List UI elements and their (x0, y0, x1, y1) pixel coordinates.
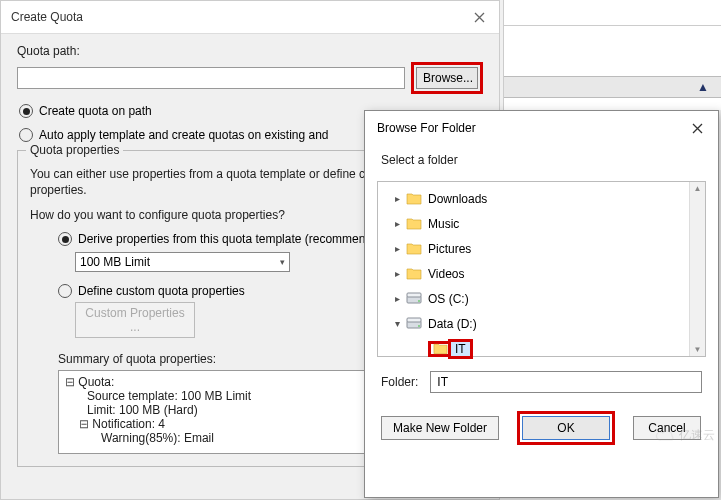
tree-label: Warning(85%): Email (101, 431, 214, 445)
radio-icon (19, 104, 33, 118)
ok-button[interactable]: OK (522, 416, 610, 440)
collapse-icon[interactable]: ⊟ (65, 375, 75, 389)
tree-item-label: Downloads (424, 191, 491, 207)
folder-icon (428, 341, 448, 357)
tree-row: Source template: 100 MB Limit (65, 389, 371, 403)
folder-icon (404, 241, 424, 257)
tree-item-it[interactable]: IT (380, 336, 703, 361)
make-new-folder-button[interactable]: Make New Folder (381, 416, 499, 440)
dropdown-value: 100 MB Limit (80, 255, 150, 269)
titlebar: Create Quota (1, 1, 499, 34)
background-pane: ▲ (503, 0, 721, 110)
tree-item-pictures[interactable]: ▸Pictures (380, 236, 703, 261)
close-icon (474, 12, 485, 23)
radio-icon (58, 284, 72, 298)
collapse-icon[interactable]: ⊟ (79, 417, 89, 431)
tree-row: ⊟ Notification: 4 (65, 417, 371, 431)
folder-icon (404, 191, 424, 207)
tree-row: Limit: 100 MB (Hard) (65, 403, 371, 417)
svg-point-2 (418, 300, 420, 302)
tree-label: Notification: 4 (92, 417, 165, 431)
radio-icon (58, 232, 72, 246)
svg-rect-1 (407, 293, 421, 297)
titlebar: Browse For Folder (365, 111, 718, 145)
drive-icon (404, 316, 424, 332)
folder-icon (404, 216, 424, 232)
svg-point-5 (418, 325, 420, 327)
radio-label: Derive properties from this quota templa… (78, 232, 389, 246)
tree-label: Quota: (78, 375, 114, 389)
tree-item-label: OS (C:) (424, 291, 473, 307)
scroll-up-icon[interactable]: ▲ (690, 182, 705, 195)
tree-item-label: Pictures (424, 241, 475, 257)
svg-rect-4 (407, 318, 421, 322)
collapse-bar[interactable]: ▲ (504, 76, 721, 98)
dialog-title: Browse For Folder (377, 121, 476, 135)
tree-item-downloads[interactable]: ▸Downloads (380, 186, 703, 211)
radio-icon (19, 128, 33, 142)
tree-row: Warning(85%): Email (65, 431, 371, 445)
scroll-down-icon[interactable]: ▼ (690, 343, 705, 356)
browse-for-folder-dialog: Browse For Folder Select a folder ▸Downl… (364, 110, 719, 498)
tree-item-label: Music (424, 216, 463, 232)
folder-label: Folder: (381, 375, 418, 389)
button-row: Make New Folder OK Cancel (365, 403, 718, 457)
folder-icon (404, 266, 424, 282)
browse-button[interactable]: Browse... (416, 67, 478, 89)
chevron-right-icon[interactable]: ▸ (390, 268, 404, 279)
chevron-right-icon[interactable]: ▸ (390, 193, 404, 204)
browse-highlight: Browse... (411, 62, 483, 94)
tree-item-music[interactable]: ▸Music (380, 211, 703, 236)
ok-highlight: OK (517, 411, 615, 445)
chevron-right-icon[interactable]: ▸ (390, 243, 404, 254)
dialog-title: Create Quota (11, 10, 83, 24)
radio-label: Define custom quota properties (78, 284, 245, 298)
close-icon (692, 123, 703, 134)
chevron-up-icon: ▲ (697, 80, 709, 94)
template-dropdown[interactable]: 100 MB Limit ▾ (75, 252, 290, 272)
path-row: Browse... (17, 62, 483, 94)
quota-path-label: Quota path: (17, 44, 483, 58)
quota-path-input[interactable] (17, 67, 405, 89)
chevron-right-icon[interactable]: ▸ (390, 218, 404, 229)
group-legend: Quota properties (26, 143, 123, 157)
chevron-down-icon[interactable]: ▾ (390, 318, 404, 329)
close-button[interactable] (469, 7, 489, 27)
background-toolbar (504, 0, 721, 26)
tree-label: Limit: 100 MB (Hard) (87, 403, 198, 417)
tree-label: Source template: 100 MB Limit (87, 389, 251, 403)
tree-item-label: IT (448, 339, 473, 359)
radio-label: Auto apply template and create quotas on… (39, 128, 329, 142)
summary-tree[interactable]: ⊟ Quota: Source template: 100 MB Limit L… (58, 370, 378, 454)
tree-item-os-c-[interactable]: ▸OS (C:) (380, 286, 703, 311)
tree-item-data-d-[interactable]: ▾Data (D:) (380, 311, 703, 336)
chevron-down-icon: ▾ (280, 257, 285, 267)
folder-input[interactable] (430, 371, 702, 393)
custom-properties-button: Custom Properties ... (75, 302, 195, 338)
radio-label: Create quota on path (39, 104, 152, 118)
folder-tree: ▸Downloads▸Music▸Pictures▸Videos▸OS (C:)… (377, 181, 706, 357)
tree-item-videos[interactable]: ▸Videos (380, 261, 703, 286)
cancel-button[interactable]: Cancel (633, 416, 701, 440)
prompt-label: Select a folder (365, 145, 718, 181)
vertical-scrollbar[interactable]: ▲ ▼ (689, 182, 705, 356)
chevron-right-icon[interactable]: ▸ (390, 293, 404, 304)
drive-icon (404, 291, 424, 307)
tree-item-label: Videos (424, 266, 468, 282)
tree-row: ⊟ Quota: (65, 375, 371, 389)
tree-item-label: Data (D:) (424, 316, 481, 332)
close-button[interactable] (688, 119, 706, 137)
